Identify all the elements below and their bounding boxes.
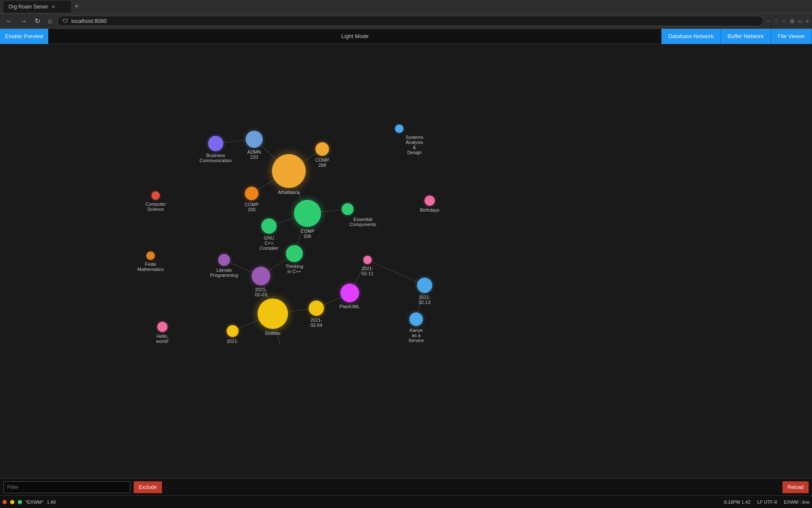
svg-line-13 [368, 260, 425, 285]
graph-node-date-2021-02-13[interactable] [417, 278, 432, 293]
reload-button[interactable]: ↻ [32, 15, 43, 27]
graph-node-comp268[interactable] [315, 142, 329, 156]
status-dot-green [18, 500, 22, 504]
enable-preview-button[interactable]: Enable Preview [0, 29, 48, 44]
graph-node-computer-science[interactable] [151, 191, 160, 200]
graph-node-label-date-2021-02-13: 2021-02-13 [419, 295, 431, 305]
graph-node-literate-programming[interactable] [218, 254, 230, 266]
graph-node-date-2021-02-04[interactable] [309, 301, 324, 316]
toolbar-right: ··· ♡ ☆ ⊞ ▭ ≡ [766, 18, 809, 24]
graph-node-label-systems-analysis: Systems Analysis & Design [406, 135, 423, 155]
graph-node-date-2021-02-11[interactable] [363, 256, 372, 264]
tab-close-button[interactable]: × [52, 3, 55, 10]
exclude-button[interactable]: Exclude [134, 481, 162, 493]
light-mode-label: Light Mode [341, 33, 368, 39]
graph-node-thinking-cpp[interactable] [286, 245, 303, 262]
status-dot-red [3, 500, 7, 504]
graph-node-label-athabasca: Athabasca [278, 190, 300, 195]
database-network-button[interactable]: Database Network [661, 29, 721, 44]
graph-node-label-comp268: COMP 268 [315, 157, 329, 168]
graph-node-label-date-2021-02-04: 2021-02-04 [310, 318, 322, 328]
status-right: 8:18PM 1.42 LF UTF-8 EXWM : line [724, 500, 809, 505]
graph-node-label-business-communication: Business Communication [200, 153, 232, 163]
graph-node-comp206[interactable] [294, 200, 321, 227]
graph-node-label-literate-programming: Literate Programming [210, 268, 238, 278]
desktop-label: 1 All [47, 500, 56, 505]
graph-node-label-plantUML: PlantUML [340, 304, 360, 309]
filter-input[interactable] [3, 481, 130, 493]
header-center: Light Mode [48, 33, 661, 39]
graph-node-label-computer-science: Computer Science [145, 202, 166, 212]
graph-node-label-admn233: ADMN 233 [247, 149, 261, 160]
address-bar[interactable]: 🛡 localhost:8080 [57, 16, 764, 26]
new-tab-button[interactable]: + [74, 2, 79, 11]
graph-node-business-communication[interactable] [208, 136, 223, 151]
forward-button[interactable]: → [18, 16, 30, 27]
reload-button[interactable]: Reload [782, 481, 809, 493]
graph-node-date-2021-02-08[interactable] [227, 325, 239, 337]
tab-title: Org Roam Server [8, 4, 48, 10]
graph-node-label-dotfiles: Dotfiles [265, 331, 281, 336]
graph-node-label-essential-components: Essential Components [350, 217, 376, 227]
graph-node-essential-components[interactable] [342, 203, 354, 215]
star-icon[interactable]: ☆ [782, 18, 787, 24]
graph-node-label-gnu-cpp: GNU C++ Compiler [260, 235, 278, 251]
graph-node-hello-world[interactable] [157, 322, 167, 332]
bookmark-icon[interactable]: ♡ [774, 18, 779, 24]
graph-node-dotfiles[interactable] [258, 298, 288, 329]
status-dot-yellow [10, 500, 14, 504]
status-bar: *EXWM* 1 All 8:18PM 1.42 LF UTF-8 EXWM :… [0, 495, 812, 508]
buffer-network-button[interactable]: Buffer Network [721, 29, 771, 44]
graph-svg [0, 44, 812, 345]
graph-node-gnu-cpp[interactable] [261, 218, 277, 234]
graph-node-date-2021-02-03[interactable] [252, 267, 270, 285]
home-button[interactable]: ⌂ [45, 16, 55, 27]
layout-icon[interactable]: ⊞ [790, 18, 794, 24]
graph-node-label-comp200: COMP 200 [245, 202, 259, 212]
browser-tab[interactable]: Org Roam Server × [3, 1, 71, 13]
mode-display: EXWM : line [784, 500, 809, 505]
graph-node-label-kanye: Kanye as a Service [409, 328, 424, 343]
graph-node-label-finite-math: Finite Mathematics [137, 262, 164, 272]
workspace-label: *EXWM* [25, 500, 44, 505]
header-nav: Database Network Buffer Network File Vie… [661, 29, 812, 44]
browser-titlebar: Org Roam Server × + [0, 0, 812, 14]
time-display: 8:18PM 1.42 [724, 500, 750, 505]
graph-node-admn233[interactable] [246, 131, 263, 148]
browser-toolbar: ← → ↻ ⌂ 🛡 localhost:8080 ··· ♡ ☆ ⊞ ▭ ≡ [0, 14, 812, 29]
graph-node-label-comp206: COMP 206 [301, 229, 315, 239]
graph-node-label-date-2021-02-08: 2021-02-08 [227, 339, 239, 345]
graph-node-kanye[interactable] [409, 312, 423, 326]
graph-node-label-date-2021-02-03: 2021-02-03 [255, 287, 267, 297]
app-header: Enable Preview Light Mode Database Netwo… [0, 29, 812, 44]
graph-node-plantUML[interactable] [340, 284, 359, 302]
bottom-bar: Exclude Reload [0, 478, 812, 495]
graph-node-comp200[interactable] [245, 187, 258, 200]
menu-icon[interactable]: ≡ [806, 18, 809, 24]
security-icon: 🛡 [63, 18, 68, 24]
encoding-display: LF UTF-8 [757, 500, 777, 505]
graph-node-label-thinking-cpp: Thinking in C++ [285, 264, 303, 274]
graph-node-label-date-2021-02-11: 2021-02-11 [362, 266, 373, 276]
graph-node-label-birthdays: Birthdays [420, 207, 439, 213]
graph-node-finite-math[interactable] [146, 251, 155, 260]
url-display: localhost:8080 [71, 18, 107, 24]
graph-node-athabasca[interactable] [272, 154, 306, 188]
graph-area: Business CommunicationADMN 233COMP 268Sy… [0, 44, 812, 345]
graph-node-systems-analysis[interactable] [395, 124, 403, 133]
graph-node-birthdays[interactable] [425, 196, 435, 206]
graph-node-label-hello-world: Hello, world! [156, 334, 168, 344]
back-button[interactable]: ← [3, 16, 15, 27]
tab-mgr-icon[interactable]: ▭ [798, 18, 802, 24]
file-viewer-button[interactable]: File Viewer [771, 29, 812, 44]
more-icon[interactable]: ··· [766, 18, 771, 24]
